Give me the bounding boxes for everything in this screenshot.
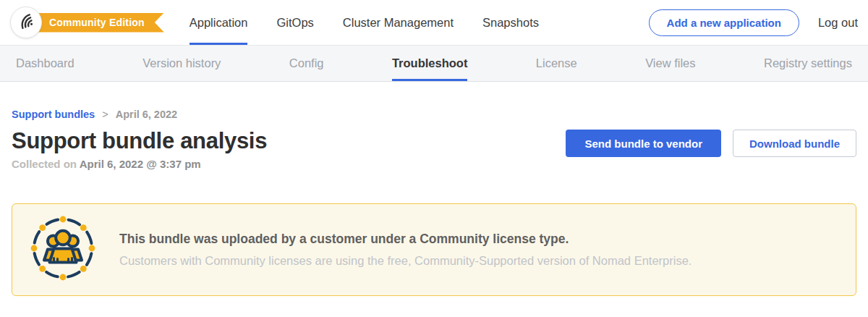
collected-timestamp: Collected on April 6, 2022 @ 3:37 pm — [12, 158, 267, 170]
subnav-item-registry-settings[interactable]: Registry settings — [764, 46, 852, 81]
add-new-application-button[interactable]: Add a new application — [649, 9, 799, 36]
notice-subtitle: Customers with Community licenses are us… — [119, 254, 692, 268]
subnav-item-license[interactable]: License — [536, 46, 577, 81]
download-bundle-button[interactable]: Download bundle — [733, 130, 856, 157]
nav-item-cluster-management[interactable]: Cluster Management — [343, 0, 454, 45]
page-title: Support bundle analysis — [12, 128, 267, 154]
community-people-icon — [30, 215, 96, 284]
breadcrumb-separator: > — [102, 109, 108, 120]
send-bundle-to-vendor-button[interactable]: Send bundle to vendor — [566, 130, 721, 157]
app-logo[interactable] — [10, 7, 42, 38]
subnav-item-view-files[interactable]: View files — [645, 46, 695, 81]
collected-prefix: Collected on — [12, 158, 77, 170]
title-row: Support bundle analysis Collected on Apr… — [12, 128, 856, 170]
main-content: Support bundles > April 6, 2022 Support … — [0, 109, 868, 296]
replicated-wave-icon — [17, 12, 36, 34]
nav-item-application[interactable]: Application — [190, 0, 248, 45]
title-block: Support bundle analysis Collected on Apr… — [12, 128, 267, 170]
nav-item-gitops[interactable]: GitOps — [276, 0, 313, 45]
collected-date: April 6, 2022 @ 3:37 pm — [80, 158, 201, 170]
community-edition-badge: Community Edition — [26, 13, 164, 33]
subnav-item-config[interactable]: Config — [289, 46, 324, 81]
bundle-actions: Send bundle to vendor Download bundle — [566, 130, 856, 170]
top-navigation-bar: Community Edition Application GitOps Clu… — [0, 0, 868, 45]
header-actions: Add a new application Log out — [649, 0, 858, 45]
breadcrumb-current: April 6, 2022 — [116, 109, 177, 120]
notice-title: This bundle was uploaded by a customer u… — [119, 232, 692, 247]
nav-item-snapshots[interactable]: Snapshots — [482, 0, 539, 45]
primary-nav: Application GitOps Cluster Management Sn… — [190, 0, 539, 45]
breadcrumb-support-bundles-link[interactable]: Support bundles — [12, 109, 95, 120]
subnav-item-dashboard[interactable]: Dashboard — [16, 46, 75, 81]
notice-text: This bundle was uploaded by a customer u… — [119, 232, 692, 268]
app-sub-navigation: Dashboard Version history Config Trouble… — [0, 45, 868, 82]
brand: Community Edition — [10, 0, 164, 45]
logout-link[interactable]: Log out — [818, 16, 858, 30]
subnav-item-troubleshoot[interactable]: Troubleshoot — [392, 46, 468, 81]
subnav-item-version-history[interactable]: Version history — [142, 46, 221, 81]
breadcrumb: Support bundles > April 6, 2022 — [12, 109, 856, 120]
community-license-notice: This bundle was uploaded by a customer u… — [12, 203, 856, 296]
